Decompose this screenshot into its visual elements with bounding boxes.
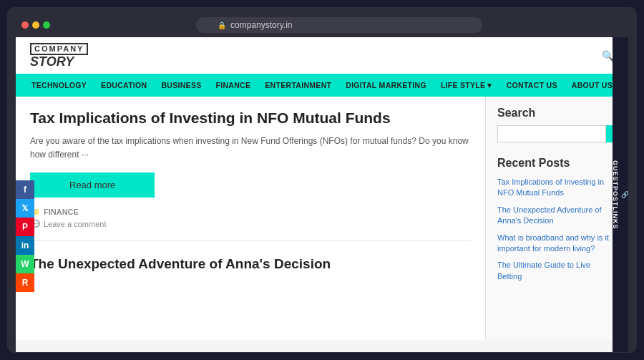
- dropdown-chevron-icon: ▾: [487, 81, 492, 89]
- recent-posts-title: Recent Posts: [497, 157, 617, 170]
- header-top: COMPANY STORY 🔍: [16, 37, 628, 74]
- nav-finance[interactable]: FINANCE: [209, 74, 258, 97]
- browser-top-bar: 🔒 companystory.in: [16, 13, 628, 37]
- nav-entertainment[interactable]: Entertainment: [258, 74, 338, 97]
- nav-lifestyle[interactable]: LIFE STYLE ▾: [434, 74, 499, 97]
- guestpost-text: 🔗 GUESTPOSTLINKS: [612, 160, 628, 230]
- article1-comment-row: 💬 Leave a comment: [30, 220, 471, 229]
- main-layout: Tax Implications of Investing in NFO Mut…: [16, 97, 628, 340]
- reddit-button[interactable]: R: [16, 273, 34, 292]
- pinterest-button[interactable]: P: [16, 218, 34, 236]
- article1-excerpt: Are you aware of the tax implications wh…: [30, 135, 471, 162]
- sidebar: Search Search Recent Posts Tax Implicati…: [485, 97, 628, 340]
- nav-contact[interactable]: Contact Us: [499, 74, 565, 97]
- close-button[interactable]: [21, 21, 29, 29]
- social-sidebar: f 𝕏 P in W R: [16, 180, 34, 292]
- read-more-button[interactable]: Read more: [30, 172, 155, 198]
- article2-title[interactable]: The Unexpected Adventure of Anna's Decis…: [30, 256, 471, 273]
- traffic-lights: [21, 21, 50, 29]
- nav-bar: TECHNOLOGY EDUCATION BUSINESS FINANCE En…: [16, 74, 628, 97]
- recent-post-2[interactable]: The Unexpected Adventure of Anna's Decis…: [497, 205, 617, 227]
- guestpost-label: GUESTPOSTLINKS: [612, 160, 619, 230]
- site-header: COMPANY STORY 🔍 TECHNOLOGY EDUCATION BUS…: [16, 37, 628, 97]
- maximize-button[interactable]: [43, 21, 50, 29]
- url-text: companystory.in: [230, 20, 292, 30]
- guestpost-sidebar[interactable]: 🔗 GUESTPOSTLINKS: [613, 37, 628, 352]
- sidebar-search-input[interactable]: [497, 125, 606, 142]
- article1-title[interactable]: Tax Implications of Investing in NFO Mut…: [30, 108, 471, 127]
- linkedin-button[interactable]: in: [16, 236, 34, 255]
- main-content: Tax Implications of Investing in NFO Mut…: [16, 97, 485, 340]
- article1-meta: 📁 FINANCE 💬 Leave a comment: [30, 208, 471, 241]
- logo-company: COMPANY: [30, 43, 88, 55]
- minimize-button[interactable]: [32, 21, 39, 29]
- article1-comment[interactable]: Leave a comment: [44, 220, 106, 228]
- lock-icon: 🔒: [218, 21, 226, 29]
- browser-window: 🔒 companystory.in 🔗 GUESTPOSTLINKS f 𝕏 P…: [7, 7, 637, 353]
- article1-category[interactable]: FINANCE: [44, 208, 79, 216]
- sidebar-search-label: Search: [497, 107, 617, 120]
- nav-about[interactable]: About Us: [565, 74, 620, 97]
- logo-story: STORY: [30, 55, 88, 68]
- nav-education[interactable]: EDUCATION: [94, 74, 154, 97]
- sidebar-search-box: Search: [497, 125, 617, 142]
- recent-post-4[interactable]: The Ultimate Guide to Live Betting: [497, 260, 617, 282]
- nav-business[interactable]: BUSINESS: [154, 74, 208, 97]
- recent-post-3[interactable]: What is broadband and why is it importan…: [497, 233, 617, 255]
- site-logo[interactable]: COMPANY STORY: [30, 43, 88, 68]
- facebook-button[interactable]: f: [16, 180, 34, 199]
- guestpost-icon: 🔗: [622, 190, 628, 199]
- recent-post-1[interactable]: Tax Implications of Investing in NFO Mut…: [497, 177, 617, 199]
- whatsapp-button[interactable]: W: [16, 255, 34, 273]
- browser-content: 🔗 GUESTPOSTLINKS f 𝕏 P in W R COMPANY ST…: [16, 37, 628, 352]
- address-bar[interactable]: 🔒 companystory.in: [196, 17, 482, 33]
- twitter-button[interactable]: 𝕏: [16, 199, 34, 218]
- article1-category-row: 📁 FINANCE: [30, 208, 471, 217]
- nav-technology[interactable]: TECHNOLOGY: [24, 74, 94, 97]
- nav-digital-marketing[interactable]: DIGITAL MARKETING: [338, 74, 434, 97]
